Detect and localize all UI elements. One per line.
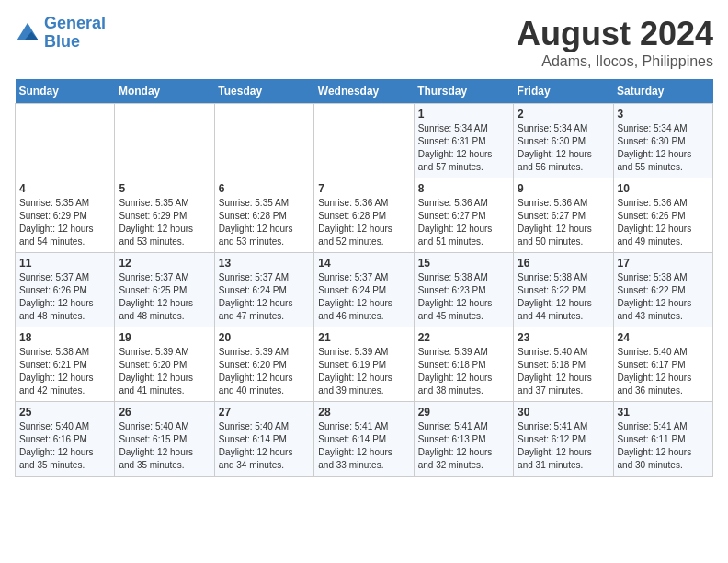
day-info: Sunrise: 5:36 AM Sunset: 6:27 PM Dayligh… [418,197,509,248]
logo-icon [15,20,40,46]
day-info: Sunrise: 5:40 AM Sunset: 6:17 PM Dayligh… [618,346,709,397]
logo-line2: Blue [44,32,80,51]
calendar-subtitle: Adams, Ilocos, Philippines [517,53,713,70]
calendar-cell: 11Sunrise: 5:37 AM Sunset: 6:26 PM Dayli… [16,253,115,327]
day-info: Sunrise: 5:37 AM Sunset: 6:24 PM Dayligh… [219,271,310,323]
day-info: Sunrise: 5:39 AM Sunset: 6:18 PM Dayligh… [418,346,509,397]
calendar-cell: 20Sunrise: 5:39 AM Sunset: 6:20 PM Dayli… [214,327,313,402]
calendar-cell: 24Sunrise: 5:40 AM Sunset: 6:17 PM Dayli… [613,327,712,402]
day-info: Sunrise: 5:40 AM Sunset: 6:14 PM Dayligh… [219,420,310,472]
day-number: 21 [318,331,409,344]
day-number: 7 [318,182,409,195]
calendar-cell: 19Sunrise: 5:39 AM Sunset: 6:20 PM Dayli… [115,327,214,402]
day-number: 11 [19,257,110,270]
calendar-cell: 23Sunrise: 5:40 AM Sunset: 6:18 PM Dayli… [514,327,613,402]
weekday-header-thursday: Thursday [414,79,513,104]
weekday-header-wednesday: Wednesday [314,79,414,104]
calendar-week-row: 25Sunrise: 5:40 AM Sunset: 6:16 PM Dayli… [16,402,713,477]
calendar-cell: 15Sunrise: 5:38 AM Sunset: 6:23 PM Dayli… [414,253,513,327]
day-info: Sunrise: 5:37 AM Sunset: 6:24 PM Dayligh… [318,271,409,323]
calendar-cell: 29Sunrise: 5:41 AM Sunset: 6:13 PM Dayli… [414,402,513,477]
day-info: Sunrise: 5:35 AM Sunset: 6:28 PM Dayligh… [219,197,310,248]
logo: General Blue [15,15,106,52]
calendar-cell: 3Sunrise: 5:34 AM Sunset: 6:30 PM Daylig… [613,104,712,178]
day-info: Sunrise: 5:41 AM Sunset: 6:11 PM Dayligh… [618,420,709,472]
day-info: Sunrise: 5:34 AM Sunset: 6:30 PM Dayligh… [618,122,709,174]
calendar-cell: 10Sunrise: 5:36 AM Sunset: 6:26 PM Dayli… [613,178,712,253]
day-info: Sunrise: 5:38 AM Sunset: 6:23 PM Dayligh… [418,271,509,323]
calendar-cell: 7Sunrise: 5:36 AM Sunset: 6:28 PM Daylig… [314,178,414,253]
day-info: Sunrise: 5:40 AM Sunset: 6:15 PM Dayligh… [119,420,210,472]
calendar-cell: 4Sunrise: 5:35 AM Sunset: 6:29 PM Daylig… [16,178,115,253]
day-info: Sunrise: 5:39 AM Sunset: 6:19 PM Dayligh… [318,346,409,397]
day-number: 31 [618,406,709,419]
calendar-week-row: 11Sunrise: 5:37 AM Sunset: 6:26 PM Dayli… [16,253,713,327]
day-number: 12 [119,257,210,270]
day-number: 27 [219,406,310,419]
day-info: Sunrise: 5:41 AM Sunset: 6:13 PM Dayligh… [418,420,509,472]
day-info: Sunrise: 5:35 AM Sunset: 6:29 PM Dayligh… [19,197,110,248]
day-info: Sunrise: 5:37 AM Sunset: 6:25 PM Dayligh… [119,271,210,323]
calendar-cell: 30Sunrise: 5:41 AM Sunset: 6:12 PM Dayli… [514,402,613,477]
day-number: 17 [618,257,709,270]
day-number: 26 [119,406,210,419]
weekday-header-tuesday: Tuesday [214,79,313,104]
calendar-cell: 31Sunrise: 5:41 AM Sunset: 6:11 PM Dayli… [613,402,712,477]
day-number: 28 [318,406,409,419]
day-info: Sunrise: 5:36 AM Sunset: 6:27 PM Dayligh… [518,197,609,248]
calendar-cell: 2Sunrise: 5:34 AM Sunset: 6:30 PM Daylig… [514,104,613,178]
day-info: Sunrise: 5:34 AM Sunset: 6:31 PM Dayligh… [418,122,509,174]
calendar-week-row: 1Sunrise: 5:34 AM Sunset: 6:31 PM Daylig… [16,104,713,178]
day-number: 13 [219,257,310,270]
weekday-header-saturday: Saturday [613,79,712,104]
calendar-cell: 14Sunrise: 5:37 AM Sunset: 6:24 PM Dayli… [314,253,414,327]
day-number: 14 [318,257,409,270]
day-number: 8 [418,182,509,195]
day-number: 22 [418,331,509,344]
day-info: Sunrise: 5:38 AM Sunset: 6:21 PM Dayligh… [19,346,110,397]
calendar-cell [314,104,414,178]
day-info: Sunrise: 5:39 AM Sunset: 6:20 PM Dayligh… [219,346,310,397]
calendar-cell: 21Sunrise: 5:39 AM Sunset: 6:19 PM Dayli… [314,327,414,402]
calendar-cell: 13Sunrise: 5:37 AM Sunset: 6:24 PM Dayli… [214,253,313,327]
calendar-cell [16,104,115,178]
calendar-cell: 1Sunrise: 5:34 AM Sunset: 6:31 PM Daylig… [414,104,513,178]
calendar-cell: 17Sunrise: 5:38 AM Sunset: 6:22 PM Dayli… [613,253,712,327]
day-info: Sunrise: 5:38 AM Sunset: 6:22 PM Dayligh… [518,271,609,323]
calendar-week-row: 18Sunrise: 5:38 AM Sunset: 6:21 PM Dayli… [16,327,713,402]
day-number: 5 [119,182,210,195]
page-header: General Blue August 2024 Adams, Ilocos, … [15,15,713,70]
weekday-header-friday: Friday [514,79,613,104]
day-number: 25 [19,406,110,419]
day-info: Sunrise: 5:38 AM Sunset: 6:22 PM Dayligh… [618,271,709,323]
day-number: 10 [618,182,709,195]
calendar-cell: 18Sunrise: 5:38 AM Sunset: 6:21 PM Dayli… [16,327,115,402]
calendar-cell: 27Sunrise: 5:40 AM Sunset: 6:14 PM Dayli… [214,402,313,477]
weekday-header-monday: Monday [115,79,214,104]
logo-text: General Blue [44,15,106,52]
day-info: Sunrise: 5:36 AM Sunset: 6:28 PM Dayligh… [318,197,409,248]
calendar-cell: 28Sunrise: 5:41 AM Sunset: 6:14 PM Dayli… [314,402,414,477]
calendar-cell [214,104,313,178]
calendar-cell: 8Sunrise: 5:36 AM Sunset: 6:27 PM Daylig… [414,178,513,253]
calendar-table: SundayMondayTuesdayWednesdayThursdayFrid… [15,79,713,477]
day-number: 23 [518,331,609,344]
day-number: 4 [19,182,110,195]
calendar-cell: 6Sunrise: 5:35 AM Sunset: 6:28 PM Daylig… [214,178,313,253]
calendar-cell [115,104,214,178]
day-info: Sunrise: 5:36 AM Sunset: 6:26 PM Dayligh… [618,197,709,248]
weekday-header-row: SundayMondayTuesdayWednesdayThursdayFrid… [16,79,713,104]
day-info: Sunrise: 5:39 AM Sunset: 6:20 PM Dayligh… [119,346,210,397]
day-info: Sunrise: 5:37 AM Sunset: 6:26 PM Dayligh… [19,271,110,323]
day-number: 9 [518,182,609,195]
day-info: Sunrise: 5:35 AM Sunset: 6:29 PM Dayligh… [119,197,210,248]
day-number: 24 [618,331,709,344]
calendar-title: August 2024 [517,15,713,53]
calendar-cell: 26Sunrise: 5:40 AM Sunset: 6:15 PM Dayli… [115,402,214,477]
calendar-cell: 12Sunrise: 5:37 AM Sunset: 6:25 PM Dayli… [115,253,214,327]
day-number: 3 [618,108,709,121]
day-info: Sunrise: 5:41 AM Sunset: 6:12 PM Dayligh… [518,420,609,472]
day-info: Sunrise: 5:40 AM Sunset: 6:16 PM Dayligh… [19,420,110,472]
day-info: Sunrise: 5:40 AM Sunset: 6:18 PM Dayligh… [518,346,609,397]
day-number: 18 [19,331,110,344]
